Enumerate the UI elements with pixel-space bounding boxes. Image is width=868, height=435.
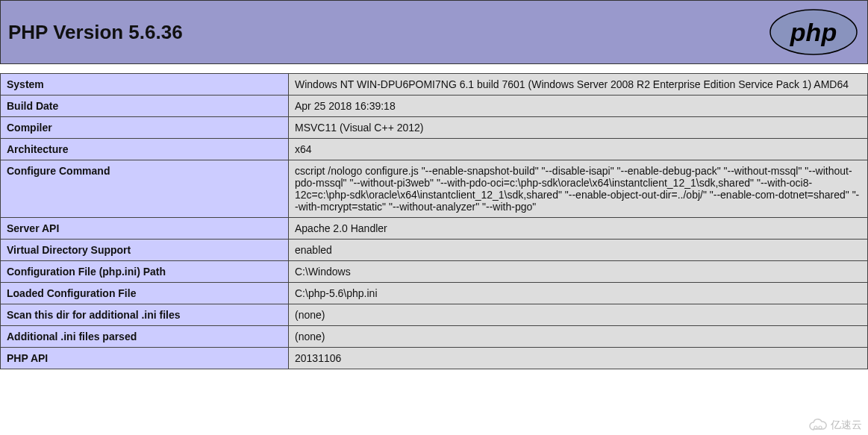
table-row: Architecture x64 <box>1 139 868 160</box>
info-key: Architecture <box>1 139 289 160</box>
info-value: enabled <box>289 240 868 261</box>
info-value: Windows NT WIN-DPU6POMI7NG 6.1 build 760… <box>289 74 868 96</box>
info-key: PHP API <box>1 348 289 369</box>
info-value: C:\php-5.6\php.ini <box>289 283 868 304</box>
php-logo-text: php <box>790 18 837 46</box>
info-key: Configuration File (php.ini) Path <box>1 261 289 283</box>
info-key: Server API <box>1 218 289 240</box>
info-key: System <box>1 74 289 96</box>
table-row: Configure Command cscript /nologo config… <box>1 160 868 218</box>
info-value: 20131106 <box>289 348 868 369</box>
table-row: Scan this dir for additional .ini files … <box>1 304 868 326</box>
info-key: Virtual Directory Support <box>1 240 289 261</box>
info-value: Apache 2.0 Handler <box>289 218 868 240</box>
info-key: Configure Command <box>1 160 289 218</box>
info-value: (none) <box>289 304 868 326</box>
info-key: Loaded Configuration File <box>1 283 289 304</box>
php-logo: php <box>769 8 858 56</box>
info-value: cscript /nologo configure.js "--enable-s… <box>289 160 868 218</box>
info-key: Scan this dir for additional .ini files <box>1 304 289 326</box>
table-row: Build Date Apr 25 2018 16:39:18 <box>1 96 868 117</box>
table-row: Configuration File (php.ini) Path C:\Win… <box>1 261 868 283</box>
phpinfo-tbody: System Windows NT WIN-DPU6POMI7NG 6.1 bu… <box>1 74 868 369</box>
phpinfo-header: PHP Version 5.6.36 php <box>0 0 868 64</box>
info-value: MSVC11 (Visual C++ 2012) <box>289 117 868 139</box>
info-key: Build Date <box>1 96 289 117</box>
table-row: Virtual Directory Support enabled <box>1 240 868 261</box>
info-value: C:\Windows <box>289 261 868 283</box>
table-row: Server API Apache 2.0 Handler <box>1 218 868 240</box>
table-row: Additional .ini files parsed (none) <box>1 326 868 348</box>
info-value: Apr 25 2018 16:39:18 <box>289 96 868 117</box>
info-key: Additional .ini files parsed <box>1 326 289 348</box>
phpinfo-table: System Windows NT WIN-DPU6POMI7NG 6.1 bu… <box>0 73 868 369</box>
table-row: System Windows NT WIN-DPU6POMI7NG 6.1 bu… <box>1 74 868 96</box>
info-value: x64 <box>289 139 868 160</box>
page-title: PHP Version 5.6.36 <box>5 21 183 44</box>
table-row: PHP API 20131106 <box>1 348 868 369</box>
table-row: Compiler MSVC11 (Visual C++ 2012) <box>1 117 868 139</box>
table-row: Loaded Configuration File C:\php-5.6\php… <box>1 283 868 304</box>
info-value: (none) <box>289 326 868 348</box>
info-key: Compiler <box>1 117 289 139</box>
